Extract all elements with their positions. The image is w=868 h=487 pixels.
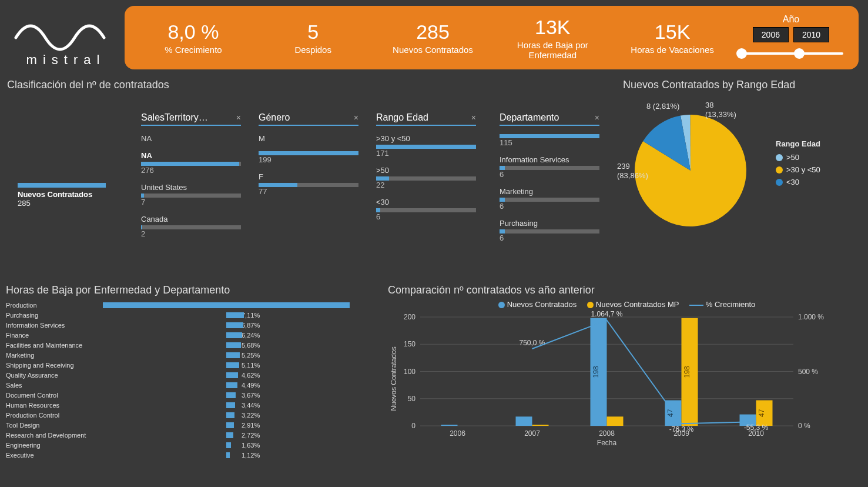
decomp-node[interactable]: United States7 (141, 183, 241, 206)
slider-thumb-from[interactable] (736, 48, 747, 59)
pie-title: Nuevos Contratados by Rango Edad (623, 79, 856, 91)
kpi-layoffs: 5Despidos (256, 21, 370, 55)
legend-item[interactable]: <30 (776, 178, 820, 186)
hbar-row[interactable]: Engineering1,63% (6, 440, 388, 450)
kpi-vacation: 15KHoras de Vacaciones (615, 21, 729, 55)
hbar-row[interactable]: Document Control3,67% (6, 390, 388, 400)
decomp-root[interactable]: Nuevos Contratados 285 (18, 183, 106, 208)
hbar-row[interactable]: Purchasing7,11% (6, 310, 388, 320)
svg-text:Nuevos Contratados: Nuevos Contratados (390, 346, 398, 411)
decomp-node[interactable]: 199 (259, 151, 358, 164)
decomp-node[interactable]: M (259, 134, 358, 143)
decomp-title: Clasificación del nº de contratados (7, 79, 623, 91)
decomp-col[interactable]: SalesTerritory…×NANA276United States7Can… (141, 112, 241, 238)
svg-text:2006: 2006 (450, 429, 465, 438)
close-icon[interactable]: × (354, 113, 358, 122)
bar-yellow[interactable] (607, 416, 624, 426)
svg-text:200: 200 (404, 313, 415, 321)
svg-text:150: 150 (404, 340, 415, 348)
kpi-growth: 8,0 %% Crecimiento (136, 21, 250, 55)
pie-legend: Rango Edad >50>30 y <50<30 (776, 139, 820, 190)
decomp-node[interactable]: Marketing6 (500, 187, 599, 211)
hbar-row[interactable]: Finance6,24% (6, 330, 388, 340)
svg-text:198: 198 (592, 366, 601, 378)
decomp-col[interactable]: Rango Edad×>30 y <50171>5022<306 (376, 112, 476, 221)
pie-callout: 38 (705, 101, 713, 109)
pie-chart[interactable]: 8 (2,81%)38(13,33%)239(83,86%) (623, 97, 758, 232)
kpi-sick: 13KHoras de Baja por Enfermedad (495, 16, 609, 60)
year-slider[interactable] (735, 46, 847, 61)
svg-text:2008: 2008 (599, 429, 615, 438)
slider-thumb-to[interactable] (794, 48, 805, 59)
svg-text:-76,3 %: -76,3 % (669, 425, 694, 433)
hbar-row[interactable]: Shipping and Receiving5,11% (6, 360, 388, 370)
close-icon[interactable]: × (236, 113, 241, 122)
pie-callout: 8 (2,81%) (646, 102, 679, 111)
legend-item[interactable]: >50 (776, 153, 820, 162)
legend-item[interactable]: >30 y <50 (776, 165, 820, 174)
decomp-node[interactable]: >30 y <50171 (376, 134, 476, 158)
decomp-col[interactable]: Género×M199F77 (259, 112, 358, 196)
svg-text:500 %: 500 % (798, 368, 818, 376)
hbar-row[interactable]: Research and Development2,72% (6, 430, 388, 440)
svg-text:100: 100 (404, 368, 415, 376)
svg-text:198: 198 (683, 366, 692, 378)
decomp-node[interactable]: 115 (500, 134, 599, 147)
logo: mistral (7, 8, 125, 68)
hbar-row[interactable]: Tool Design2,91% (6, 420, 388, 430)
svg-text:0: 0 (411, 422, 415, 430)
decomp-node[interactable]: Information Services6 (500, 155, 599, 179)
hbar-row[interactable]: Marketing5,25% (6, 350, 388, 360)
hbars-chart[interactable]: ProductionPurchasing7,11%Information Ser… (6, 300, 388, 460)
close-icon[interactable]: × (595, 113, 599, 122)
bar-blue[interactable] (516, 416, 532, 426)
decomp-node[interactable]: Purchasing6 (500, 219, 599, 242)
decomp-col[interactable]: Departamento×115Information Services6Mar… (500, 112, 599, 242)
compare-title: Comparación nº contratados vs año anteri… (388, 284, 857, 296)
hbar-row[interactable]: Facilities and Maintenance5,68% (6, 340, 388, 350)
hbar-row[interactable]: Sales4,49% (6, 380, 388, 390)
kpi-hires: 285Nuevos Contratados (376, 21, 490, 55)
decomposition-tree[interactable]: Nuevos Contratados 285 SalesTerritory…×N… (0, 95, 623, 277)
pie-callout: (13,33%) (705, 110, 736, 119)
hbar-row[interactable]: Quality Assurance4,62% (6, 370, 388, 380)
decomp-node[interactable]: <306 (376, 198, 476, 221)
hbar-row[interactable]: Production Control3,22% (6, 410, 388, 420)
decomp-node[interactable]: >5022 (376, 166, 476, 189)
year-from[interactable]: 2006 (753, 27, 789, 42)
pie-callout: (83,86%) (617, 171, 648, 180)
decomp-node[interactable]: F77 (259, 172, 358, 196)
pie-callout: 239 (617, 162, 630, 171)
growth-line[interactable] (532, 320, 756, 423)
svg-text:-55,3 %: -55,3 % (744, 423, 769, 432)
hbar-row[interactable]: Human Resources3,44% (6, 400, 388, 410)
decomp-node[interactable]: Canada2 (141, 215, 241, 238)
year-to[interactable]: 2010 (793, 27, 829, 42)
svg-text:1.064,7 %: 1.064,7 % (591, 311, 622, 318)
bar-blue[interactable] (441, 425, 458, 426)
hbar-row[interactable]: Executive1,12% (6, 450, 388, 460)
hbars-title: Horas de Baja por Enfermedad y Departame… (6, 284, 388, 296)
decomp-node[interactable]: NA (141, 134, 241, 143)
svg-text:Fecha: Fecha (597, 439, 617, 446)
hbar-row[interactable]: Information Services6,87% (6, 320, 388, 330)
svg-text:47: 47 (758, 409, 766, 417)
header: mistral 8,0 %% Crecimiento 5Despidos 285… (0, 0, 868, 75)
hbar-row[interactable]: Production (6, 300, 388, 310)
svg-text:50: 50 (408, 395, 416, 403)
svg-text:1.000 %: 1.000 % (798, 313, 824, 321)
kpi-bar: 8,0 %% Crecimiento 5Despidos 285Nuevos C… (125, 6, 859, 69)
bar-yellow[interactable] (532, 425, 549, 426)
compare-legend: Nuevos Contratados Nuevos Contratados MP… (388, 300, 857, 309)
decomp-node[interactable]: NA276 (141, 151, 241, 175)
svg-text:0 %: 0 % (798, 422, 810, 430)
year-slicer[interactable]: Año 2006 2010 (735, 14, 847, 61)
year-title: Año (735, 14, 847, 25)
compare-chart[interactable]: 0501001502000 %500 %1.000 %20062007750,0… (388, 311, 835, 446)
close-icon[interactable]: × (471, 113, 476, 122)
svg-text:2007: 2007 (524, 429, 540, 438)
